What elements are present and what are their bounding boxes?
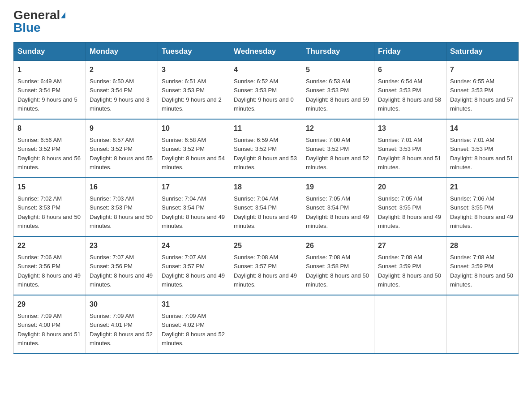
table-row: 31Sunrise: 7:09 AMSunset: 4:02 PMDayligh… (158, 295, 230, 354)
day-info: Sunrise: 6:55 AMSunset: 3:53 PMDaylight:… (450, 78, 513, 112)
table-row: 7Sunrise: 6:55 AMSunset: 3:53 PMDaylight… (446, 61, 519, 120)
page-header: General Blue (13, 9, 519, 34)
day-info: Sunrise: 7:04 AMSunset: 3:54 PMDaylight:… (162, 195, 225, 229)
table-row: 17Sunrise: 7:04 AMSunset: 3:54 PMDayligh… (158, 178, 230, 236)
table-row: 25Sunrise: 7:08 AMSunset: 3:57 PMDayligh… (230, 236, 302, 295)
table-row: 11Sunrise: 6:59 AMSunset: 3:52 PMDayligh… (230, 119, 302, 178)
day-number: 3 (162, 64, 226, 75)
week-row-3: 15Sunrise: 7:02 AMSunset: 3:53 PMDayligh… (14, 178, 519, 236)
day-info: Sunrise: 7:07 AMSunset: 3:57 PMDaylight:… (162, 254, 225, 288)
week-row-5: 29Sunrise: 7:09 AMSunset: 4:00 PMDayligh… (14, 295, 519, 354)
day-number: 1 (17, 64, 82, 75)
weekday-header-sunday: Sunday (14, 43, 86, 61)
day-number: 14 (450, 123, 515, 134)
table-row: 2Sunrise: 6:50 AMSunset: 3:54 PMDaylight… (86, 61, 158, 120)
day-number: 13 (378, 123, 442, 134)
day-number: 27 (378, 240, 442, 251)
day-number: 10 (162, 123, 226, 134)
weekday-header-thursday: Thursday (302, 43, 374, 61)
day-number: 15 (17, 182, 82, 193)
logo: General Blue (13, 9, 65, 34)
table-row: 27Sunrise: 7:08 AMSunset: 3:59 PMDayligh… (374, 236, 446, 295)
day-number: 8 (17, 123, 82, 134)
table-row: 24Sunrise: 7:07 AMSunset: 3:57 PMDayligh… (158, 236, 230, 295)
day-number: 16 (90, 182, 154, 193)
table-row: 12Sunrise: 7:00 AMSunset: 3:52 PMDayligh… (302, 119, 374, 178)
logo-triangle-icon (61, 12, 65, 18)
table-row: 18Sunrise: 7:04 AMSunset: 3:54 PMDayligh… (230, 178, 302, 236)
logo-general-text: General (13, 9, 60, 21)
table-row (302, 295, 374, 354)
day-number: 26 (306, 240, 370, 251)
day-number: 4 (234, 64, 298, 75)
day-number: 22 (17, 240, 82, 251)
table-row: 1Sunrise: 6:49 AMSunset: 3:54 PMDaylight… (14, 61, 86, 120)
week-row-4: 22Sunrise: 7:06 AMSunset: 3:56 PMDayligh… (14, 236, 519, 295)
day-info: Sunrise: 7:06 AMSunset: 3:55 PMDaylight:… (450, 195, 513, 229)
day-info: Sunrise: 6:51 AMSunset: 3:53 PMDaylight:… (162, 78, 222, 112)
table-row: 16Sunrise: 7:03 AMSunset: 3:53 PMDayligh… (86, 178, 158, 236)
table-row: 5Sunrise: 6:53 AMSunset: 3:53 PMDaylight… (302, 61, 374, 120)
weekday-header-row: SundayMondayTuesdayWednesdayThursdayFrid… (14, 43, 519, 61)
day-number: 30 (90, 299, 154, 310)
table-row: 13Sunrise: 7:01 AMSunset: 3:53 PMDayligh… (374, 119, 446, 178)
day-info: Sunrise: 7:05 AMSunset: 3:55 PMDaylight:… (378, 195, 441, 229)
table-row: 26Sunrise: 7:08 AMSunset: 3:58 PMDayligh… (302, 236, 374, 295)
table-row: 30Sunrise: 7:09 AMSunset: 4:01 PMDayligh… (86, 295, 158, 354)
day-number: 6 (378, 64, 442, 75)
weekday-header-wednesday: Wednesday (230, 43, 302, 61)
day-number: 2 (90, 64, 154, 75)
day-info: Sunrise: 7:05 AMSunset: 3:54 PMDaylight:… (306, 195, 369, 229)
day-info: Sunrise: 6:52 AMSunset: 3:53 PMDaylight:… (234, 78, 294, 112)
day-info: Sunrise: 7:07 AMSunset: 3:56 PMDaylight:… (90, 254, 153, 288)
day-number: 17 (162, 182, 226, 193)
day-number: 9 (90, 123, 154, 134)
weekday-header-friday: Friday (374, 43, 446, 61)
day-number: 18 (234, 182, 298, 193)
day-info: Sunrise: 7:09 AMSunset: 4:01 PMDaylight:… (90, 313, 153, 347)
table-row: 20Sunrise: 7:05 AMSunset: 3:55 PMDayligh… (374, 178, 446, 236)
day-info: Sunrise: 7:08 AMSunset: 3:59 PMDaylight:… (450, 254, 513, 288)
day-info: Sunrise: 6:58 AMSunset: 3:52 PMDaylight:… (162, 137, 225, 171)
table-row (230, 295, 302, 354)
week-row-2: 8Sunrise: 6:56 AMSunset: 3:52 PMDaylight… (14, 119, 519, 178)
day-info: Sunrise: 6:50 AMSunset: 3:54 PMDaylight:… (90, 78, 150, 112)
table-row: 23Sunrise: 7:07 AMSunset: 3:56 PMDayligh… (86, 236, 158, 295)
day-info: Sunrise: 7:00 AMSunset: 3:52 PMDaylight:… (306, 137, 369, 171)
table-row: 8Sunrise: 6:56 AMSunset: 3:52 PMDaylight… (14, 119, 86, 178)
table-row: 15Sunrise: 7:02 AMSunset: 3:53 PMDayligh… (14, 178, 86, 236)
day-number: 24 (162, 240, 226, 251)
day-number: 25 (234, 240, 298, 251)
weekday-header-tuesday: Tuesday (158, 43, 230, 61)
day-info: Sunrise: 6:49 AMSunset: 3:54 PMDaylight:… (17, 78, 77, 112)
table-row: 29Sunrise: 7:09 AMSunset: 4:00 PMDayligh… (14, 295, 86, 354)
day-info: Sunrise: 7:02 AMSunset: 3:53 PMDaylight:… (17, 195, 81, 229)
day-number: 19 (306, 182, 370, 193)
table-row: 9Sunrise: 6:57 AMSunset: 3:52 PMDaylight… (86, 119, 158, 178)
day-info: Sunrise: 7:09 AMSunset: 4:00 PMDaylight:… (17, 313, 81, 347)
day-number: 12 (306, 123, 370, 134)
day-info: Sunrise: 7:03 AMSunset: 3:53 PMDaylight:… (90, 195, 153, 229)
day-info: Sunrise: 7:09 AMSunset: 4:02 PMDaylight:… (162, 313, 225, 347)
day-number: 23 (90, 240, 154, 251)
table-row: 22Sunrise: 7:06 AMSunset: 3:56 PMDayligh… (14, 236, 86, 295)
table-row: 19Sunrise: 7:05 AMSunset: 3:54 PMDayligh… (302, 178, 374, 236)
day-number: 20 (378, 182, 442, 193)
week-row-1: 1Sunrise: 6:49 AMSunset: 3:54 PMDaylight… (14, 61, 519, 120)
day-number: 11 (234, 123, 298, 134)
day-number: 7 (450, 64, 515, 75)
day-info: Sunrise: 7:08 AMSunset: 3:57 PMDaylight:… (234, 254, 297, 288)
day-info: Sunrise: 7:01 AMSunset: 3:53 PMDaylight:… (378, 137, 441, 171)
table-row: 14Sunrise: 7:01 AMSunset: 3:53 PMDayligh… (446, 119, 519, 178)
table-row: 6Sunrise: 6:54 AMSunset: 3:53 PMDaylight… (374, 61, 446, 120)
day-info: Sunrise: 7:01 AMSunset: 3:53 PMDaylight:… (450, 137, 513, 171)
day-info: Sunrise: 7:06 AMSunset: 3:56 PMDaylight:… (17, 254, 81, 288)
logo-blue-text: Blue (13, 21, 41, 34)
day-number: 21 (450, 182, 515, 193)
day-number: 29 (17, 299, 82, 310)
day-info: Sunrise: 6:59 AMSunset: 3:52 PMDaylight:… (234, 137, 297, 171)
table-row (374, 295, 446, 354)
day-info: Sunrise: 6:53 AMSunset: 3:53 PMDaylight:… (306, 78, 369, 112)
day-info: Sunrise: 7:08 AMSunset: 3:58 PMDaylight:… (306, 254, 369, 288)
table-row: 21Sunrise: 7:06 AMSunset: 3:55 PMDayligh… (446, 178, 519, 236)
